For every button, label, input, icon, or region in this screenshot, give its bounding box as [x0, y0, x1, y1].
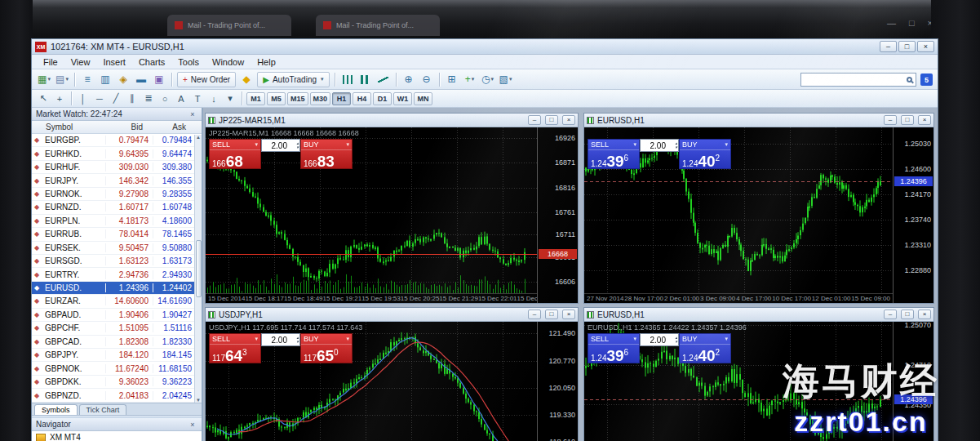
volume-field[interactable]: 2.00▴▾	[261, 139, 300, 152]
market-watch-row[interactable]: ◆EURGBP.0.794740.79484	[32, 134, 194, 147]
navigator-icon[interactable]: ◈	[115, 72, 131, 87]
strategy-tester-icon[interactable]: ▣	[151, 72, 167, 87]
chart-close-button[interactable]: ×	[918, 115, 931, 125]
cursor-icon[interactable]: ↖	[36, 91, 51, 105]
autotrading-button[interactable]: ▶AutoTrading▾	[257, 72, 329, 87]
close-icon[interactable]: ×	[188, 421, 197, 429]
templates-icon[interactable]: ▧▾	[498, 72, 514, 87]
menu-help[interactable]: Help	[251, 56, 282, 68]
chart-titlebar[interactable]: JP225-MAR15,M1–□×	[206, 114, 578, 127]
metaeditor-icon[interactable]: ◆	[238, 72, 255, 87]
menu-view[interactable]: View	[64, 56, 97, 68]
chart-minimize-button[interactable]: –	[884, 115, 897, 125]
spin-down-icon[interactable]: ▾	[675, 145, 677, 149]
sell-button[interactable]: SELL▾16668	[209, 139, 261, 169]
chart-close-button[interactable]: ×	[562, 310, 575, 319]
maximize-button[interactable]: □	[898, 41, 916, 52]
tab-tick-chart[interactable]: Tick Chart	[79, 404, 127, 415]
column-header-bid[interactable]: Bid	[105, 122, 153, 131]
period-mn[interactable]: MN	[414, 92, 432, 105]
chart-titlebar[interactable]: USDJPY,H1–□×	[206, 308, 578, 322]
scrollbar-thumb[interactable]	[196, 240, 202, 297]
period-m15[interactable]: M15	[287, 92, 308, 105]
browser-tab[interactable]: Mail - Trading Point of...	[316, 15, 440, 36]
market-watch-row[interactable]: ◆GBPAUD.1.904061.90427	[32, 309, 194, 322]
chart-minimize-button[interactable]: –	[528, 115, 541, 125]
fibonacci-icon[interactable]: ≣	[141, 91, 156, 105]
indicators-icon[interactable]: +▾	[462, 72, 478, 87]
chart-titlebar[interactable]: EURUSD,H1–□×	[584, 308, 933, 322]
volume-field[interactable]: 2.00▴▾	[640, 139, 679, 152]
menu-window[interactable]: Window	[206, 56, 251, 68]
volume-spinner[interactable]: ▴▾	[296, 141, 299, 149]
period-h1[interactable]: H1	[332, 92, 351, 105]
equidistant-channel-icon[interactable]: ∥	[125, 91, 140, 105]
toolbar-overflow-badge[interactable]: 5	[920, 74, 933, 86]
buy-button[interactable]: BUY▾1.24402	[679, 139, 731, 169]
market-watch-row[interactable]: ◆EURNZD.1.607171.60748	[32, 201, 194, 214]
search-icon[interactable]	[907, 77, 912, 82]
chart-maximize-button[interactable]: □	[901, 310, 914, 319]
market-watch-row[interactable]: ◆EURHKD.9.643959.64474	[32, 147, 194, 160]
market-watch-row[interactable]: ◆GBPDKK.9.360239.36223	[32, 376, 194, 389]
tile-windows-icon[interactable]: ⊞	[444, 72, 460, 87]
period-h4[interactable]: H4	[353, 92, 371, 105]
chart-maximize-button[interactable]: □	[545, 115, 558, 125]
zoom-out-icon[interactable]: ⊖	[419, 72, 435, 87]
volume-field[interactable]: 2.00▴▾	[640, 333, 679, 346]
shapes-icon[interactable]: ○	[157, 91, 172, 105]
market-watch-row[interactable]: ◆GBPNOK.11.6724011.68150	[32, 362, 194, 375]
market-watch-row[interactable]: ◆EURSEK.9.504579.50880	[32, 242, 194, 255]
scroll-down-icon[interactable]: ▼	[196, 398, 201, 403]
market-watch-row[interactable]: ◆GBPJPY.184.120184.145	[32, 349, 194, 362]
chart-maximize-button[interactable]: □	[901, 115, 914, 125]
browser-control-icon[interactable]: —	[887, 18, 896, 28]
market-watch-row[interactable]: ◆EURPLN.4.181734.18600	[32, 215, 194, 228]
market-watch-icon[interactable]: ≡	[79, 72, 95, 87]
chart-maximize-button[interactable]: □	[545, 310, 558, 319]
menu-insert[interactable]: Insert	[96, 56, 132, 68]
market-watch-row[interactable]: ◆EURJPY.146.342146.355	[32, 174, 194, 187]
window-titlebar[interactable]: XM 1021764: XM MT4 - EURUSD,H1 –□×	[32, 39, 938, 55]
market-watch-row[interactable]: ◆GBPNZD.2.041832.04245	[32, 389, 194, 402]
close-button[interactable]: ×	[917, 41, 934, 52]
sell-button[interactable]: SELL▾1.24396	[588, 333, 640, 363]
vertical-line-icon[interactable]: │	[76, 91, 91, 105]
period-m30[interactable]: M30	[310, 92, 331, 105]
minimize-button[interactable]: –	[880, 41, 897, 52]
profiles-icon[interactable]: ▤▾	[54, 72, 70, 87]
terminal-icon[interactable]: ▬	[133, 72, 149, 87]
buy-button[interactable]: BUY▾1.24402	[679, 333, 731, 363]
crosshair-icon[interactable]: +	[52, 91, 67, 105]
period-m5[interactable]: M5	[267, 92, 286, 105]
chart-close-button[interactable]: ×	[918, 310, 931, 319]
volume-field[interactable]: 2.00▴▾	[261, 333, 300, 346]
column-header-symbol[interactable]: Symbol	[32, 122, 105, 131]
chart-close-button[interactable]: ×	[562, 115, 575, 125]
market-watch-row[interactable]: ◆GBPCHF.1.510951.51116	[32, 322, 194, 335]
arrows-icon[interactable]: ↓	[206, 91, 221, 105]
tab-symbols[interactable]: Symbols	[34, 404, 78, 415]
market-watch-row[interactable]: ◆EURSGD.1.631231.63173	[32, 255, 194, 268]
menu-tools[interactable]: Tools	[171, 56, 206, 68]
period-d1[interactable]: D1	[373, 92, 392, 105]
market-watch-row[interactable]: ◆EURRUB.78.041478.1465	[32, 228, 194, 241]
buy-button[interactable]: BUY▾16683	[300, 139, 353, 169]
more-tools-icon[interactable]: ▾	[223, 91, 237, 105]
menu-charts[interactable]: Charts	[132, 56, 171, 68]
column-header-ask[interactable]: Ask	[153, 122, 196, 131]
navigator-item[interactable]: XM MT4	[32, 431, 202, 441]
timeframes-icon[interactable]: ◷▾	[480, 72, 496, 87]
market-watch-row[interactable]: ◆EURTRY.2.947362.94930	[32, 268, 194, 281]
horizontal-line-icon[interactable]: ─	[92, 91, 107, 105]
spin-down-icon[interactable]: ▾	[675, 340, 677, 344]
volume-spinner[interactable]: ▴▾	[675, 141, 678, 149]
new-chart-icon[interactable]: ▦▾	[36, 72, 52, 87]
chart-candles-icon[interactable]	[357, 72, 374, 87]
market-watch-row[interactable]: ◆EURUSD.1.243961.24402	[32, 282, 194, 295]
data-window-icon[interactable]: ▥	[97, 72, 113, 87]
sell-button[interactable]: SELL▾1.24396	[588, 139, 640, 169]
buy-button[interactable]: BUY▾117650	[300, 333, 353, 363]
spin-down-icon[interactable]: ▾	[296, 145, 299, 149]
market-watch-row[interactable]: ◆EURZAR.14.6060014.61690	[32, 295, 194, 308]
